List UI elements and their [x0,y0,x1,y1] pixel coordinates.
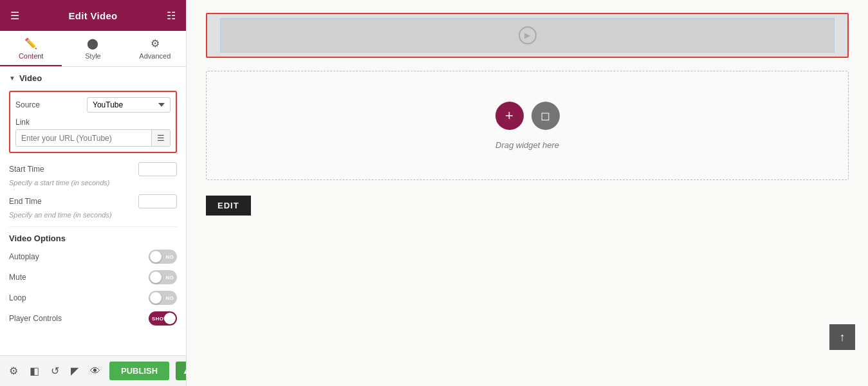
source-row: Source YouTube Vimeo Self Hosted [15,97,171,113]
tab-content[interactable]: ✏️ Content [0,31,62,66]
hamburger-icon[interactable]: ☰ [10,10,19,22]
autoplay-toggle-text: NO [165,254,174,260]
player-controls-toggle-text: SHOW [152,316,169,322]
content-tab-icon: ✏️ [24,37,37,50]
history-icon[interactable]: ↺ [48,362,62,380]
autoplay-toggle[interactable]: NO [149,250,177,264]
player-controls-label: Player Controls [9,314,62,323]
divider [9,226,177,227]
loop-toggle[interactable]: NO [149,291,177,305]
link-input-row: ☰ [15,129,171,147]
player-controls-row: Player Controls SHOW [9,311,177,326]
mute-toggle-text: NO [165,275,174,280]
autoplay-row: Autoplay NO [9,250,177,264]
play-icon: ▶ [519,26,537,44]
settings-icon[interactable]: ⚙ [6,362,21,380]
mute-label: Mute [9,273,26,282]
link-label: Link [15,118,171,127]
panel-tabs: ✏️ Content ⬤ Style ⚙ Advanced [0,31,186,67]
drag-widget-area: + ◻ Drag widget here [206,71,849,180]
autoplay-label: Autoplay [9,252,39,261]
end-time-input[interactable] [138,194,177,208]
advanced-tab-icon: ⚙ [151,37,160,50]
tab-style[interactable]: ⬤ Style [62,31,124,66]
end-time-hint: Specify an end time (in seconds) [9,211,177,219]
panel-header: ☰ Edit Video ☷ [0,0,186,31]
video-placeholder-inner: ▶ [220,18,835,53]
scroll-top-button[interactable]: ↑ [829,324,855,350]
drag-text: Drag widget here [495,140,559,150]
loop-label: Loop [9,293,26,302]
start-time-row: Start Time [9,162,177,176]
player-controls-toggle[interactable]: SHOW [149,311,177,326]
source-label: Source [15,100,40,109]
grid-icon[interactable]: ☷ [167,10,176,22]
loop-knob [150,292,162,304]
publish-arrow-button[interactable]: ▲ [176,362,187,380]
source-link-box: Source YouTube Vimeo Self Hosted Link ☰ [9,91,177,153]
panel-body: ▼ Video Source YouTube Vimeo Self Hosted… [0,67,186,355]
edit-button[interactable]: EDIT [206,196,251,216]
video-options-title: Video Options [9,234,177,243]
layers-icon[interactable]: ◧ [27,362,42,380]
autoplay-knob [150,251,162,262]
mute-row: Mute NO [9,270,177,284]
loop-toggle-text: NO [165,295,174,301]
video-section-title: Video [19,73,42,83]
left-panel: ☰ Edit Video ☷ ✏️ Content ⬤ Style ⚙ Adva… [0,0,187,386]
end-time-label: End Time [9,197,42,206]
main-area: ▶ + ◻ Drag widget here EDIT ↑ [187,0,868,386]
start-time-input[interactable] [138,162,177,176]
start-time-label: Start Time [9,165,44,174]
drag-widget-icons: + ◻ [495,102,560,130]
mute-toggle[interactable]: NO [149,270,177,284]
source-select[interactable]: YouTube Vimeo Self Hosted [87,97,171,113]
start-time-hint: Specify a start time (in seconds) [9,179,177,187]
video-section-header[interactable]: ▼ Video [9,73,177,83]
add-widget-button[interactable]: + [495,102,524,130]
section-arrow-icon: ▼ [9,75,15,82]
advanced-tab-label: Advanced [139,52,171,60]
mute-knob [150,271,162,283]
bottom-bar: ⚙ ◧ ↺ ◤ 👁 PUBLISH ▲ [0,355,186,386]
style-tab-label: Style [85,52,100,60]
content-tab-label: Content [19,52,44,60]
panel-title: Edit Video [68,10,117,21]
link-paste-icon[interactable]: ☰ [151,130,170,146]
end-time-row: End Time [9,194,177,208]
video-widget-area[interactable]: ▶ [206,13,849,58]
responsive-icon[interactable]: ◤ [68,362,81,380]
tab-advanced[interactable]: ⚙ Advanced [124,31,186,66]
publish-button[interactable]: PUBLISH [109,362,169,380]
link-input[interactable] [16,131,151,146]
eye-icon[interactable]: 👁 [88,363,103,380]
style-tab-icon: ⬤ [87,37,98,50]
loop-row: Loop NO [9,291,177,305]
widget-library-button[interactable]: ◻ [531,102,560,130]
